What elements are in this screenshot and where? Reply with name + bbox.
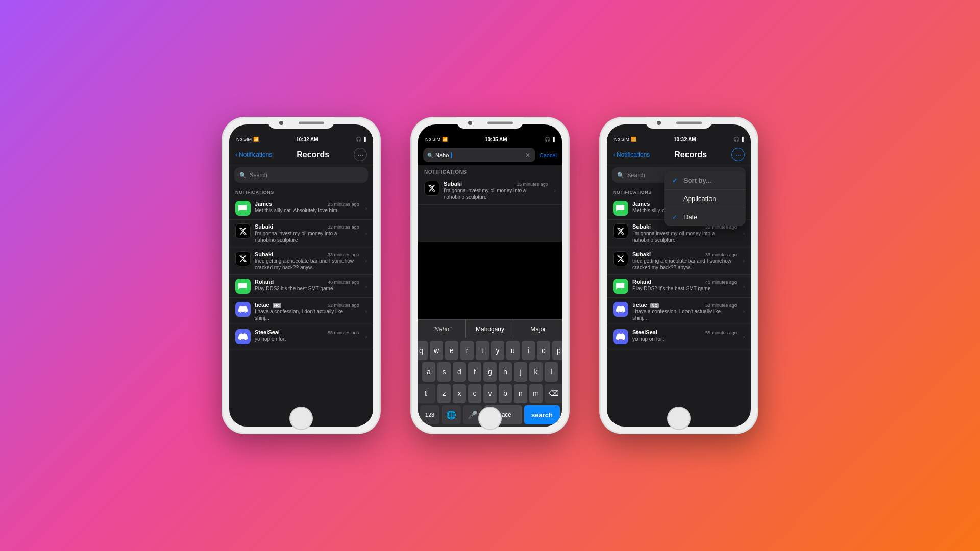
key-v[interactable]: v <box>483 384 497 403</box>
time-3: 10:32 AM <box>674 137 696 142</box>
key-k[interactable]: k <box>529 362 543 382</box>
status-bar-1: No SIM 📶 10:32 AM 🎧 ▐ <box>229 134 373 145</box>
key-q[interactable]: q <box>418 341 428 360</box>
predictive-word-3[interactable]: Major <box>514 320 562 338</box>
notif-content: Subaki 32 minutes ago I'm gonna invest m… <box>632 223 737 243</box>
notif-item[interactable]: Subaki 32 minutes ago I'm gonna invest m… <box>229 220 373 247</box>
search-results: NOTIFICATIONS Subaki 35 minutes ago I'm … <box>418 165 562 242</box>
notif-item[interactable]: Subaki 33 minutes ago tried getting a ch… <box>229 247 373 275</box>
notifications-list-3: James 23 minutes ago Met this silly cat.… <box>607 197 751 427</box>
backspace-key[interactable]: ⌫ <box>545 384 562 403</box>
predictive-row: "Naho" Mahogany Major <box>418 319 562 338</box>
search-placeholder-3: Search <box>627 172 645 178</box>
search-key[interactable]: search <box>524 405 560 424</box>
key-a[interactable]: a <box>422 362 435 382</box>
battery-icon-2: ▐ <box>552 137 555 142</box>
twitter-icon <box>235 223 251 239</box>
notif-item[interactable]: Roland 40 minutes ago Play DDS2 it's the… <box>229 275 373 298</box>
phone-3: No SIM 📶 10:32 AM 🎧 ▐ ‹ Notifications Re… <box>600 117 758 434</box>
key-l[interactable]: l <box>545 362 558 382</box>
notif-item[interactable]: tictac NC 52 minutes ago I have a confes… <box>607 298 751 325</box>
back-chevron-1: ‹ <box>235 151 237 158</box>
phone-notch-2 <box>457 117 523 129</box>
key-s[interactable]: s <box>437 362 451 382</box>
search-placeholder-1: Search <box>250 172 267 178</box>
notif-sender: Subaki <box>632 251 651 257</box>
back-button-1[interactable]: ‹ Notifications <box>235 151 272 158</box>
more-button-1[interactable]: ··· <box>354 148 367 161</box>
back-button-3[interactable]: ‹ Notifications <box>613 151 650 158</box>
checkmark-icon: ✓ <box>672 177 679 184</box>
shift-key[interactable]: ⇧ <box>418 384 435 403</box>
notif-content: Roland 40 minutes ago Play DDS2 it's the… <box>632 279 737 292</box>
notif-item[interactable]: tictac NC 52 minutes ago I have a confes… <box>229 298 373 325</box>
carrier-1: No SIM <box>236 137 252 142</box>
search-result-item[interactable]: Subaki 35 minutes ago I'm gonna invest m… <box>418 177 562 205</box>
notif-sender: Subaki <box>255 223 273 230</box>
key-b[interactable]: b <box>499 384 512 403</box>
key-z[interactable]: z <box>437 384 451 403</box>
key-r[interactable]: r <box>460 341 474 360</box>
notif-item[interactable]: James 23 minutes ago Met this silly cat.… <box>229 197 373 220</box>
search-query: Naho <box>435 152 449 158</box>
predictive-word-2[interactable]: Mahogany <box>466 320 514 338</box>
key-h[interactable]: h <box>499 362 512 382</box>
key-n[interactable]: n <box>514 384 527 403</box>
key-o[interactable]: o <box>537 341 550 360</box>
notif-time: 32 minutes ago <box>328 224 359 230</box>
chevron-right-icon: › <box>365 284 367 289</box>
key-i[interactable]: i <box>522 341 535 360</box>
notif-sender: Subaki <box>444 181 462 187</box>
notif-item[interactable]: SteelSeal 55 minutes ago yo hop on fort … <box>229 325 373 348</box>
notif-content: tictac NC 52 minutes ago I have a confes… <box>632 302 737 321</box>
notif-time: 52 minutes ago <box>705 303 737 308</box>
key-m[interactable]: m <box>529 384 543 403</box>
key-t[interactable]: t <box>476 341 489 360</box>
key-u[interactable]: u <box>506 341 520 360</box>
key-p[interactable]: p <box>552 341 562 360</box>
globe-key[interactable]: 🌐 <box>442 405 461 424</box>
key-g[interactable]: g <box>483 362 497 382</box>
headphone-icon-3: 🎧 <box>733 137 739 142</box>
notif-item[interactable]: Subaki 33 minutes ago tried getting a ch… <box>607 247 751 275</box>
key-c[interactable]: c <box>468 384 481 403</box>
status-bar-3: No SIM 📶 10:32 AM 🎧 ▐ <box>607 134 751 145</box>
key-d[interactable]: d <box>453 362 466 382</box>
home-button-2[interactable] <box>478 407 502 430</box>
keyboard-row-1: q w e r t y u i o p <box>420 341 560 360</box>
cancel-button[interactable]: Cancel <box>540 152 557 158</box>
key-y[interactable]: y <box>491 341 504 360</box>
key-w[interactable]: w <box>430 341 443 360</box>
notif-sender: James <box>632 201 650 207</box>
notif-content: James 23 minutes ago Met this silly cat.… <box>255 201 359 214</box>
home-button-3[interactable] <box>667 407 691 430</box>
notif-content: Roland 40 minutes ago Play DDS2 it's the… <box>255 279 359 292</box>
notif-time: 23 minutes ago <box>328 202 359 207</box>
search-input-2[interactable]: 🔍 Naho ✕ <box>423 148 535 162</box>
notif-item[interactable]: Roland 40 minutes ago Play DDS2 it's the… <box>607 275 751 298</box>
nc-badge: NC <box>273 303 282 308</box>
search-active-bar: 🔍 Naho ✕ Cancel <box>418 145 562 165</box>
num-key[interactable]: 123 <box>420 405 439 424</box>
time-1: 10:32 AM <box>296 137 318 142</box>
key-j[interactable]: j <box>514 362 527 382</box>
status-bar-2: No SIM 📶 10:35 AM 🎧 ▐ <box>418 134 562 145</box>
messages-icon <box>235 201 251 216</box>
twitter-icon <box>613 223 628 239</box>
notif-text: Play DDS2 it's the best SMT game <box>255 285 359 292</box>
twitter-icon <box>613 251 628 266</box>
sort-application[interactable]: Application <box>664 190 746 208</box>
notif-text: I'm gonna invest my oil money into a nah… <box>632 230 737 243</box>
more-button-3[interactable]: ··· <box>731 148 745 161</box>
key-e[interactable]: e <box>445 341 458 360</box>
search-bar-1[interactable]: 🔍 Search <box>234 167 368 183</box>
notif-text: I have a confession, I don't actually li… <box>632 308 737 321</box>
clear-search-button[interactable]: ✕ <box>525 152 530 159</box>
notif-item[interactable]: SteelSeal 55 minutes ago yo hop on fort … <box>607 325 751 348</box>
notif-time: 40 minutes ago <box>705 280 737 285</box>
predictive-word-1[interactable]: "Naho" <box>418 320 466 338</box>
key-x[interactable]: x <box>453 384 466 403</box>
key-f[interactable]: f <box>468 362 481 382</box>
sort-date[interactable]: ✓ Date <box>664 208 746 226</box>
home-button-1[interactable] <box>289 407 313 430</box>
